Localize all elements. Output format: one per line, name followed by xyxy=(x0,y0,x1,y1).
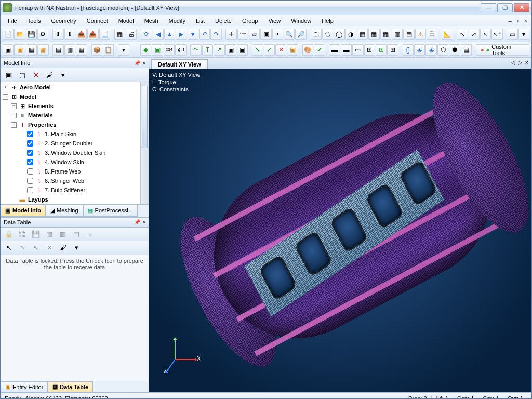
nav-up-icon[interactable]: ▲ xyxy=(164,29,175,40)
pin-icon[interactable]: 📌 xyxy=(134,60,140,66)
cube-icon[interactable]: ▣ xyxy=(287,44,298,56)
menu-tools[interactable]: Tools xyxy=(23,17,45,25)
save-icon[interactable]: 💾 xyxy=(26,29,37,40)
view-prev-icon[interactable]: ◁ xyxy=(511,59,515,66)
menu-mesh[interactable]: Mesh xyxy=(140,17,163,25)
obj2-icon[interactable]: ▣ xyxy=(237,44,248,56)
tab-entity-editor[interactable]: ▣Entity Editor xyxy=(1,381,48,392)
mesh-node-icon[interactable]: ◆ xyxy=(140,44,151,56)
tool2-icon[interactable]: ↖ xyxy=(16,242,29,254)
export-icon[interactable]: ⬍ xyxy=(64,29,75,40)
view-close-icon[interactable]: × xyxy=(525,59,528,66)
del-col-icon[interactable]: ▤ xyxy=(70,229,83,240)
layers-icon[interactable]: ▤ xyxy=(403,29,414,40)
tab-meshing[interactable]: ◢Meshing xyxy=(46,205,83,217)
grid-icon[interactable]: ▦ xyxy=(357,29,368,40)
menu-group[interactable]: Group xyxy=(238,17,262,25)
brace3-icon[interactable]: ◈ xyxy=(425,44,436,56)
curve-pick-icon[interactable]: 〰 xyxy=(237,29,248,40)
panel-close-icon[interactable]: × xyxy=(142,219,145,225)
tree-scrollbar[interactable] xyxy=(140,82,149,204)
print-icon[interactable]: 🖨 xyxy=(126,29,137,40)
tree-prop-2[interactable]: 2..Stringer Doubler xyxy=(45,140,92,147)
close-button[interactable]: ✕ xyxy=(514,3,529,12)
open-file-icon[interactable]: 📂 xyxy=(14,29,25,40)
nav-right-icon[interactable]: ▶ xyxy=(176,29,187,40)
tree-collapse-icon[interactable]: ▣ xyxy=(3,69,15,81)
tree-model[interactable]: Model xyxy=(20,94,36,100)
prop-checkbox[interactable] xyxy=(27,140,33,147)
tree-paint-icon[interactable]: 🖌 xyxy=(43,69,56,81)
tile-h-icon[interactable]: ▤ xyxy=(52,44,63,56)
maximize-button[interactable]: ▢ xyxy=(497,3,513,12)
tree-prop-5[interactable]: 5..Frame Web xyxy=(45,168,81,175)
expander-icon[interactable]: + xyxy=(3,85,8,90)
prop-checkbox[interactable] xyxy=(27,178,33,184)
box-icon[interactable]: 📦 xyxy=(91,44,102,56)
viewport-canvas[interactable]: V: Default XY View L: Torque C: Constrai… xyxy=(149,69,531,392)
custom-tools-button[interactable]: ●●Custom Tools xyxy=(476,44,529,56)
arrow-icon[interactable]: ↗ xyxy=(214,44,224,56)
cursor-icon[interactable]: ↖ xyxy=(457,29,468,40)
beam3-icon[interactable]: ▭ xyxy=(352,44,363,56)
expander-icon[interactable]: − xyxy=(3,94,8,100)
spline-icon[interactable]: 〜 xyxy=(190,44,201,56)
pointer4-icon[interactable]: ↖⁺ xyxy=(491,29,502,40)
tree-layups[interactable]: Layups xyxy=(28,196,48,203)
copy-icon[interactable]: ⿻ xyxy=(16,229,29,240)
prop-checkbox[interactable] xyxy=(27,131,33,137)
tree-prop-6[interactable]: 6..Stringer Web xyxy=(45,178,84,184)
add-col-icon[interactable]: ▥ xyxy=(57,229,69,240)
tree-delete-icon[interactable]: ✕ xyxy=(30,69,42,81)
unlock-icon[interactable]: 🔒 xyxy=(3,229,15,240)
panel-close-icon[interactable]: × xyxy=(142,60,145,66)
tool4-icon[interactable]: ✕ xyxy=(43,242,56,254)
measure-icon[interactable]: 📐 xyxy=(442,29,453,40)
cursor-tool-icon[interactable]: ↖ xyxy=(3,242,15,254)
quad2-icon[interactable]: ⊞ xyxy=(376,44,387,56)
doc-out-icon[interactable]: 📤 xyxy=(87,29,98,40)
menu-window[interactable]: Window xyxy=(287,17,315,25)
surface-pick-icon[interactable]: ▱ xyxy=(249,29,260,40)
tree-materials[interactable]: Materials xyxy=(28,112,53,118)
menu-list[interactable]: List xyxy=(192,17,209,25)
tree-prop-3[interactable]: 3..Window Doubler Skin xyxy=(45,150,105,156)
shape1-icon[interactable]: ⬡ xyxy=(437,44,448,56)
tree-properties[interactable]: Properties xyxy=(28,122,56,128)
tab-model-info[interactable]: ▣Model Info xyxy=(1,205,46,217)
menu-file[interactable]: File xyxy=(4,17,21,25)
expander-icon[interactable]: + xyxy=(11,113,17,118)
sheet-icon[interactable]: 📋 xyxy=(103,44,114,56)
redo-icon[interactable]: ↷ xyxy=(210,29,221,40)
tree-aero-model[interactable]: Aero Model xyxy=(20,84,51,90)
import-icon[interactable]: ⬍ xyxy=(52,29,63,40)
snap-icon[interactable]: ▦ xyxy=(368,29,379,40)
clear-icon[interactable]: ▦ xyxy=(43,229,56,240)
prop-checkbox[interactable] xyxy=(27,159,33,165)
view-3-icon[interactable]: ▦ xyxy=(26,44,37,56)
select-box-icon[interactable]: ⬚ xyxy=(311,29,322,40)
mdi-close-icon[interactable]: × xyxy=(522,18,529,24)
brace2-icon[interactable]: ◈ xyxy=(414,44,425,56)
mesh-elem-icon[interactable]: ▣ xyxy=(152,44,163,56)
quad3-icon[interactable]: ⊞ xyxy=(387,44,398,56)
node-pick-icon[interactable]: • xyxy=(272,29,283,40)
mdi-restore-icon[interactable]: ▫ xyxy=(515,18,521,24)
zoom-in-icon[interactable]: 🔍 xyxy=(284,29,295,40)
new-file-icon[interactable]: 📄 xyxy=(3,29,14,40)
gear-icon[interactable]: ⚙ xyxy=(37,29,48,40)
tree-dd-icon[interactable]: ▾ xyxy=(57,69,69,81)
undo-icon[interactable]: ↶ xyxy=(199,29,210,40)
sort-icon[interactable]: ≡ xyxy=(84,229,96,240)
select-circle-icon[interactable]: ◯ xyxy=(334,29,344,40)
tab-postprocessing[interactable]: ▦PostProcessi... xyxy=(83,205,138,217)
warning-icon[interactable]: ⚠ xyxy=(415,29,426,40)
crosshair-icon[interactable]: ✛ xyxy=(225,29,236,40)
page-icon[interactable]: 📃 xyxy=(99,29,110,40)
expander-icon[interactable]: + xyxy=(11,103,17,109)
doc2-icon[interactable]: ▤ xyxy=(461,44,472,56)
tile-v-icon[interactable]: ▥ xyxy=(64,44,75,56)
shape2-icon[interactable]: ⬢ xyxy=(449,44,460,56)
report-icon[interactable]: ☰ xyxy=(427,29,437,40)
view-4-icon[interactable]: ▦ xyxy=(37,44,48,56)
